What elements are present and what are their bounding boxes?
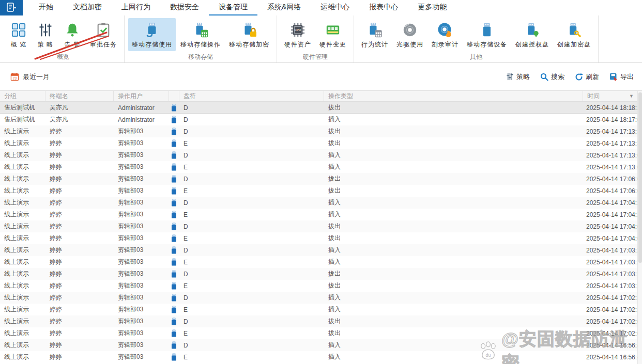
table-row[interactable]: 线上演示 婷婷 剪辑部03 D 插入 2025-04-14 17:13:00 [0,149,642,161]
cell-terminal: 婷婷 [45,210,114,219]
calendar-icon: 23 [10,72,19,81]
table-row[interactable]: 线上演示 婷婷 剪辑部03 E 拔出 2025-04-14 17:02:09 [0,327,642,339]
tab-doc-encryption[interactable]: 文档加密 [63,0,112,15]
storage-operation-button[interactable]: 移动存储操作 [177,18,224,51]
export-icon [609,73,618,81]
chevron-down-icon[interactable]: ▼ [629,93,634,99]
cell-terminal: 婷婷 [45,186,114,195]
cell-user: 剪辑部03 [114,305,169,314]
usb-drive-icon [169,104,179,112]
group-label-other: 其他 [357,51,595,65]
tab-start[interactable]: 开始 [29,0,63,15]
tab-device-management[interactable]: 设备管理 [209,0,257,15]
table-row[interactable]: 线上演示 婷婷 剪辑部03 D 拔出 2025-04-14 17:04:06 [0,220,642,232]
cell-operation-type: 插入 [324,305,583,314]
policy-action-button[interactable]: 策略 [506,72,530,82]
burn-audit-button[interactable]: 刻录审计 [428,18,462,51]
table-row[interactable]: 线上演示 婷婷 剪辑部03 D 插入 2025-04-14 17:04:29 [0,197,642,209]
column-header-drive[interactable]: 盘符 [179,91,324,101]
cell-operation-type: 插入 [324,115,583,124]
cell-terminal: 婷婷 [45,305,114,314]
usb-drive-icon [169,318,179,325]
table-row[interactable]: 线上演示 婷婷 剪辑部03 D 插入 2025-04-14 17:03:20 [0,244,642,256]
date-range-filter[interactable]: 23 最近一月 [10,72,50,82]
cell-terminal: 婷婷 [45,353,114,361]
storage-encryption-button[interactable]: 移动存储加密 [225,18,273,51]
cell-user: 剪辑部03 [114,151,169,160]
table-row[interactable]: 线上演示 婷婷 剪辑部03 D 插入 2025-04-14 17:02:11 [0,292,642,304]
hardware-changes-button[interactable]: 硬件变更 [316,18,350,51]
burn-audit-label: 刻录审计 [432,40,458,49]
cell-time: 2025-04-14 17:13:00 [583,164,642,171]
table-row[interactable]: 线上演示 婷婷 剪辑部03 D 拔出 2025-04-14 17:13:37 [0,125,642,137]
table-row[interactable]: 线上演示 婷婷 剪辑部03 E 拔出 2025-04-14 17:13:37 [0,137,642,149]
table-row[interactable]: 线上演示 婷婷 剪辑部03 E 拔出 2025-04-14 17:06:00 [0,185,642,197]
overview-button[interactable]: 概 览 [6,18,32,51]
create-authorized-disk-button[interactable]: 创建授权盘 [512,18,553,51]
create-encrypted-disk-button[interactable]: 创建加密盘 [554,18,594,51]
cell-user: 剪辑部03 [114,186,169,195]
policy-button[interactable]: 策 略 [33,18,58,51]
storage-devices-button[interactable]: 移动存储设备 [463,18,511,51]
table-row[interactable]: 线上演示 婷婷 剪辑部03 E 拔出 2025-04-14 17:04:06 [0,232,642,244]
refresh-action-button[interactable]: 刷新 [575,72,599,82]
cell-time: 2025-04-14 17:04:29 [583,211,642,218]
cell-operation-type: 插入 [324,341,583,350]
cell-group: 线上演示 [0,234,45,243]
column-header-group[interactable]: 分组 [0,91,45,101]
export-action-button[interactable]: 导出 [609,72,634,82]
cell-operation-type: 拔出 [324,103,583,112]
approval-tasks-label: 审批任务 [90,40,117,49]
table-row[interactable]: 售后测试机 吴亦凡 Administrator D 插入 2025-04-14 … [0,114,642,125]
cell-terminal: 婷婷 [45,163,114,171]
usb-drive-icon [169,211,179,218]
alert-button[interactable]: 告 警 [59,18,85,51]
tab-ops-center[interactable]: 运维中心 [311,0,359,15]
column-header-icon[interactable] [169,91,179,101]
table-row[interactable]: 售后测试机 吴亦凡 Administrator D 拔出 2025-04-14 … [0,102,642,114]
storage-usage-button[interactable]: 移动存储使用 [128,18,176,51]
tab-report-center[interactable]: 报表中心 [359,0,408,15]
document-logo-icon [6,3,17,13]
search-action-button[interactable]: 搜索 [540,72,564,82]
hardware-assets-button[interactable]: CPU 硬件资产 [281,18,315,51]
tab-web-behavior[interactable]: 上网行为 [112,0,160,15]
cell-user: Administrator [114,116,169,123]
cell-operation-type: 拔出 [324,234,583,243]
scrollbar-thumb[interactable] [638,92,642,263]
column-header-user[interactable]: 操作用户 [114,91,169,101]
approval-tasks-button[interactable]: 审批任务 [86,18,120,51]
table-row[interactable]: 线上演示 婷婷 剪辑部03 D 拔出 2025-04-14 17:02:09 [0,315,642,327]
group-label-removable-storage: 移动存储 [128,51,273,65]
table-row[interactable]: 线上演示 婷婷 剪辑部03 E 插入 2025-04-14 17:02:11 [0,304,642,315]
tab-system-network[interactable]: 系统&网络 [257,0,311,15]
cell-drive-letter: D [179,104,324,112]
table-row[interactable]: 线上演示 婷婷 剪辑部03 E 插入 2025-04-14 16:56:48 [0,351,642,363]
cell-drive-letter: D [179,199,324,207]
cell-drive-letter: D [179,176,324,183]
column-header-time[interactable]: 时间 ▼ [583,91,642,101]
cell-operation-type: 插入 [324,246,583,255]
optical-drive-usage-button[interactable]: 光驱使用 [393,18,427,51]
table-row[interactable]: 线上演示 婷婷 剪辑部03 D 拔出 2025-04-14 17:06:00 [0,173,642,185]
sliders-icon [36,21,55,39]
behavior-stats-button[interactable]: 行为统计 [358,18,392,51]
table-row[interactable]: 线上演示 婷婷 剪辑部03 D 拔出 2025-04-14 17:03:15 [0,268,642,280]
cell-time: 2025-04-14 17:06:00 [583,187,642,195]
table-row[interactable]: 线上演示 婷婷 剪辑部03 D 插入 2025-04-14 16:56:48 [0,339,642,351]
tab-data-security[interactable]: 数据安全 [160,0,209,15]
circuit-board-icon [324,21,342,39]
app-logo-button[interactable] [0,0,23,15]
vertical-scrollbar[interactable] [637,91,642,364]
table-row[interactable]: 线上演示 婷婷 剪辑部03 E 插入 2025-04-14 17:13:00 [0,161,642,173]
cell-drive-letter: E [179,140,324,147]
table-row[interactable]: 线上演示 婷婷 剪辑部03 E 拔出 2025-04-14 17:03:15 [0,280,642,292]
table-row[interactable]: 线上演示 婷婷 剪辑部03 E 插入 2025-04-14 17:04:29 [0,209,642,220]
column-header-terminal[interactable]: 终端名 [45,91,114,101]
table-row[interactable]: 线上演示 婷婷 剪辑部03 E 插入 2025-04-14 17:03:20 [0,256,642,268]
tab-more-functions[interactable]: 更多功能 [408,0,456,15]
usb-plug-icon [143,21,161,39]
column-header-op-type[interactable]: 操作类型 [324,91,583,101]
time-header-label: 时间 [587,92,600,101]
cell-drive-letter: E [179,282,324,290]
